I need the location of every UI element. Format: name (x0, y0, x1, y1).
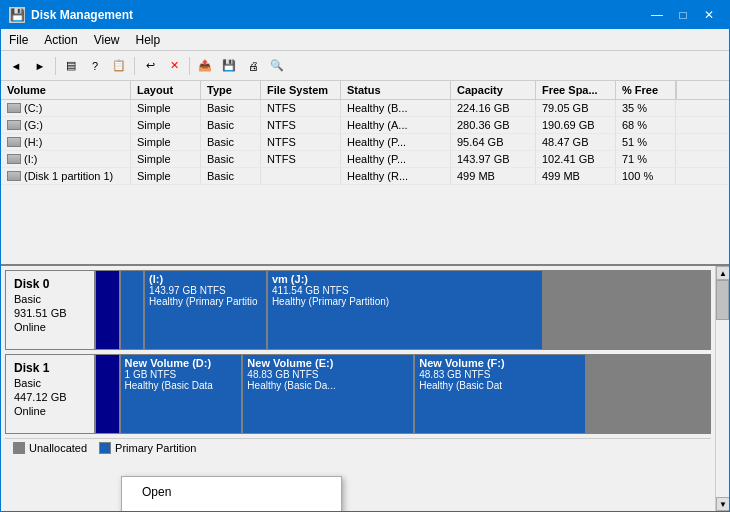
disk-1-unallocated[interactable] (587, 355, 710, 433)
sta-g: Healthy (A... (341, 117, 451, 133)
part-label: (I:) (149, 273, 262, 285)
drive-icon (7, 103, 21, 113)
disk-1-part-e[interactable]: New Volume (E:) 48.83 GB NTFS Healthy (B… (243, 355, 415, 433)
table-row[interactable]: (C:) Simple Basic NTFS Healthy (B... 224… (1, 100, 729, 117)
scroll-down[interactable]: ▼ (716, 497, 729, 511)
disk-1-type: Basic (14, 377, 86, 389)
ctx-explore[interactable]: Explore (122, 504, 341, 511)
disk-1-part-d[interactable]: New Volume (D:) 1 GB NTFS Healthy (Basic… (121, 355, 244, 433)
table-row[interactable]: (G:) Simple Basic NTFS Healthy (A... 280… (1, 117, 729, 134)
disk-1-status: Online (14, 405, 86, 417)
sta-h: Healthy (P... (341, 134, 451, 150)
menu-help[interactable]: Help (128, 31, 169, 48)
print-button[interactable]: 🖨 (242, 55, 264, 77)
title-bar: 💾 Disk Management — □ ✕ (1, 1, 729, 29)
part-label: New Volume (D:) (125, 357, 238, 369)
disk-0-part-system[interactable] (96, 271, 121, 349)
delete-button[interactable]: ✕ (163, 55, 185, 77)
close-button[interactable]: ✕ (697, 5, 721, 25)
disk-0-part-i[interactable]: (I:) 143.97 GB NTFS Healthy (Primary Par… (145, 271, 268, 349)
col-layout[interactable]: Layout (131, 81, 201, 99)
table-row[interactable]: (H:) Simple Basic NTFS Healthy (P... 95.… (1, 134, 729, 151)
search-button[interactable]: 🔍 (266, 55, 288, 77)
disk-1-part-f[interactable]: New Volume (F:) 48.83 GB NTFS Healthy (B… (415, 355, 587, 433)
title-icon: 💾 (9, 7, 25, 23)
disk-0-label: Disk 0 Basic 931.51 GB Online (6, 271, 96, 349)
legend-primary-label: Primary Partition (115, 442, 196, 454)
typ-g: Basic (201, 117, 261, 133)
lay-disk1p1: Simple (131, 168, 201, 184)
typ-c: Basic (201, 100, 261, 116)
disk-area-wrapper: Disk 0 Basic 931.51 GB Online (I:) 143.9… (1, 266, 729, 511)
back-button[interactable]: ◄ (5, 55, 27, 77)
save-button[interactable]: 💾 (218, 55, 240, 77)
disk-1-part-system[interactable] (96, 355, 121, 433)
drive-icon (7, 154, 21, 164)
vol-h: (H:) (1, 134, 131, 150)
col-filesystem[interactable]: File System (261, 81, 341, 99)
legend-unallocated-label: Unallocated (29, 442, 87, 454)
pct-g: 68 % (616, 117, 676, 133)
maximize-button[interactable]: □ (671, 5, 695, 25)
col-free[interactable]: Free Spa... (536, 81, 616, 99)
vertical-scrollbar[interactable]: ▲ ▼ (715, 266, 729, 511)
cap-g: 280.36 GB (451, 117, 536, 133)
col-volume[interactable]: Volume (1, 81, 131, 99)
refresh-button[interactable]: ↩ (139, 55, 161, 77)
lay-c: Simple (131, 100, 201, 116)
col-status[interactable]: Status (341, 81, 451, 99)
part-size: 48.83 GB NTFS (419, 369, 581, 380)
col-capacity[interactable]: Capacity (451, 81, 536, 99)
disk-area: Disk 0 Basic 931.51 GB Online (I:) 143.9… (1, 266, 715, 511)
legend: Unallocated Primary Partition (5, 438, 711, 457)
minimize-button[interactable]: — (645, 5, 669, 25)
menu-bar: File Action View Help (1, 29, 729, 51)
lay-i: Simple (131, 151, 201, 167)
part-status: Healthy (Basic Data (125, 380, 238, 391)
disk-0-size: 931.51 GB (14, 307, 86, 319)
disk-0-name: Disk 0 (14, 277, 86, 291)
lay-h: Simple (131, 134, 201, 150)
export-button[interactable]: 📤 (194, 55, 216, 77)
col-type[interactable]: Type (201, 81, 261, 99)
lay-g: Simple (131, 117, 201, 133)
disk-0-type: Basic (14, 293, 86, 305)
disk-0-partitions: (I:) 143.97 GB NTFS Healthy (Primary Par… (96, 271, 710, 349)
table-body: (C:) Simple Basic NTFS Healthy (B... 224… (1, 100, 729, 264)
part-size: 1 GB NTFS (125, 369, 238, 380)
copy-button[interactable]: 📋 (108, 55, 130, 77)
menu-file[interactable]: File (1, 31, 36, 48)
legend-primary: Primary Partition (99, 442, 196, 454)
disk-0-part-j[interactable]: vm (J:) 411.54 GB NTFS Healthy (Primary … (268, 271, 544, 349)
table-row[interactable]: (Disk 1 partition 1) Simple Basic Health… (1, 168, 729, 185)
part-label: New Volume (F:) (419, 357, 581, 369)
sta-disk1p1: Healthy (R... (341, 168, 451, 184)
disk-0-part-c[interactable] (121, 271, 146, 349)
scroll-thumb[interactable] (716, 280, 729, 320)
toolbar-sep-3 (189, 57, 190, 75)
fs-c: NTFS (261, 100, 341, 116)
table-header: Volume Layout Type File System Status Ca… (1, 81, 729, 100)
cap-disk1p1: 499 MB (451, 168, 536, 184)
scroll-track[interactable] (716, 280, 729, 497)
col-pct[interactable]: % Free (616, 81, 676, 99)
help-button[interactable]: ? (84, 55, 106, 77)
menu-view[interactable]: View (86, 31, 128, 48)
ctx-open[interactable]: Open (122, 480, 341, 504)
part-status: Healthy (Primary Partition) (272, 296, 538, 307)
toolbar: ◄ ► ▤ ? 📋 ↩ ✕ 📤 💾 🖨 🔍 (1, 51, 729, 81)
disk-1-partitions: New Volume (D:) 1 GB NTFS Healthy (Basic… (96, 355, 710, 433)
forward-button[interactable]: ► (29, 55, 51, 77)
list-view-button[interactable]: ▤ (60, 55, 82, 77)
scroll-up[interactable]: ▲ (716, 266, 729, 280)
menu-action[interactable]: Action (36, 31, 85, 48)
fs-disk1p1 (261, 168, 341, 184)
pct-i: 71 % (616, 151, 676, 167)
table-row[interactable]: (I:) Simple Basic NTFS Healthy (P... 143… (1, 151, 729, 168)
disk-0-unallocated[interactable] (544, 271, 710, 349)
vol-c: (C:) (1, 100, 131, 116)
part-status: Healthy (Primary Partitio (149, 296, 262, 307)
disk-1-label: Disk 1 Basic 447.12 GB Online (6, 355, 96, 433)
part-status: Healthy (Basic Da... (247, 380, 409, 391)
title-controls: — □ ✕ (645, 5, 721, 25)
